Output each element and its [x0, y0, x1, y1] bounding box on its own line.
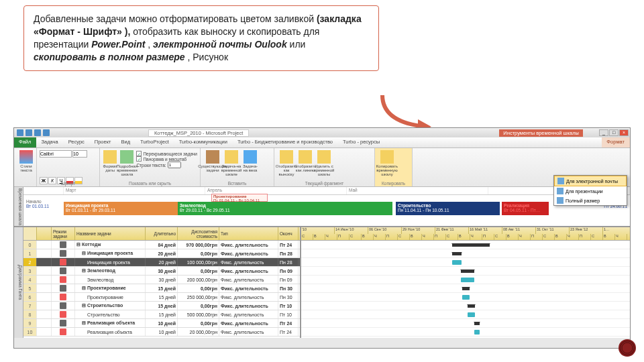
- gantt-pane: Диаграмма Ганта Режим задачи Название за…: [14, 227, 630, 338]
- gantt-bar[interactable]: [461, 269, 474, 273]
- context-tab-title: Инструменты временной шкалы: [499, 129, 583, 137]
- tab-project[interactable]: Проект: [90, 137, 117, 147]
- col-name[interactable]: Название задачи: [75, 227, 146, 240]
- gantt-row: [301, 328, 630, 337]
- gantt-bar[interactable]: [468, 304, 475, 308]
- display-bar-button[interactable]: Отобразить как линию: [296, 149, 315, 176]
- dd-email[interactable]: Для электронной почты: [554, 176, 627, 186]
- table-row[interactable]: 2Инициация проекта20 дней100 000,00грнФи…: [23, 258, 300, 267]
- gantt-tab[interactable]: Диаграмма Ганта: [14, 227, 23, 338]
- table-row[interactable]: 8Строительство15 дней500 000,00грнФикс. …: [23, 310, 300, 319]
- gantt-chart[interactable]: '1014 Июн '1006 Сен '1029 Ноя '1021 Фев …: [300, 227, 630, 338]
- close-button[interactable]: ×: [619, 129, 629, 136]
- quick-access-toolbar[interactable]: [14, 129, 52, 136]
- gantt-bar[interactable]: [452, 260, 462, 265]
- timeline-tab[interactable]: Временная шкала: [14, 187, 23, 226]
- gantt-row: [301, 249, 630, 258]
- tab-turbo3[interactable]: Turbo - Бюджетирование и производство: [233, 137, 338, 147]
- col-mode[interactable]: Режим задачи: [52, 227, 75, 240]
- txt: скопировать в полном размере: [34, 52, 185, 62]
- tl-bar[interactable]: СтроительствоПн 11.04.11 - Пн 10.05.11: [396, 202, 500, 215]
- table-row[interactable]: 3⊟ Землеотвод30 дней0,00грнФикс. длитель…: [23, 267, 300, 276]
- font-select[interactable]: [40, 150, 72, 158]
- table-header: Режим задачи Название задачи Длительно Д…: [23, 227, 300, 241]
- tab-turbo1[interactable]: TurboProject: [136, 137, 174, 147]
- font-size[interactable]: [72, 150, 87, 158]
- minimize-button[interactable]: _: [599, 129, 608, 136]
- email-icon: [557, 178, 564, 184]
- table-row[interactable]: 6Проектирование15 дней250 000,00грнФикс.…: [23, 293, 300, 302]
- gantt-bar[interactable]: [468, 312, 475, 317]
- col-end[interactable]: Оконч: [278, 227, 299, 240]
- gantt-bar[interactable]: [462, 287, 470, 290]
- title-bar: Коттедж_MSP_2010 - Microsoft Project Инс…: [14, 128, 630, 137]
- tab-turbo4[interactable]: Turbo - ресурсы: [338, 137, 385, 147]
- table-row[interactable]: 9⊟ Реализация объекта10 дней0,00грнФикс.…: [23, 319, 300, 328]
- txt: Oulook: [254, 39, 286, 50]
- pan-zoom-checkbox[interactable]: ✓Панорама и масштаб: [136, 156, 197, 162]
- tl-month: Май: [347, 187, 488, 194]
- gantt-bar[interactable]: [452, 252, 462, 255]
- milestone-button[interactable]: Задача-на веха: [241, 149, 260, 176]
- group-label: Вставить: [201, 181, 274, 186]
- tl-callout[interactable]: ПроектированиеПт 01.04.11 - Вс 10.04.11: [211, 194, 268, 202]
- table-row[interactable]: 4Землеотвод30 дней200 000,00грнФикс. дли…: [23, 276, 300, 284]
- col-id[interactable]: [23, 227, 37, 240]
- timeline-pane: Временная шкала Март Апрель Май НачалоВт…: [14, 187, 630, 227]
- tab-turbo2[interactable]: Turbo-коммуникации: [174, 137, 233, 147]
- text-lines[interactable]: Строки текста:: [136, 162, 197, 168]
- tab-task[interactable]: Задача: [36, 137, 63, 147]
- table-row[interactable]: 0⊟ Коттедж84 дней970 000,00грнФикс. длит…: [23, 241, 300, 249]
- window-title: Коттедж_MSP_2010 - Microsoft Project: [148, 129, 249, 137]
- col-info[interactable]: [37, 227, 52, 240]
- tl-bar[interactable]: ЗемлеотводВт 29.03.11 - Вс 29.05.11: [178, 202, 392, 215]
- existing-tasks-button[interactable]: Существующие задачи: [203, 149, 222, 176]
- gantt-row: [301, 319, 630, 328]
- gantt-row: [301, 241, 630, 249]
- copy-timeline-button[interactable]: Копировать временную шкалу: [378, 149, 396, 176]
- txt: Добавленные задачи можно отформатировать…: [34, 13, 317, 24]
- dd-fullsize[interactable]: Полный размер: [554, 196, 627, 205]
- gantt-bar[interactable]: [462, 295, 470, 300]
- gantt-row: [301, 267, 630, 276]
- tab-view[interactable]: Вид: [117, 137, 136, 147]
- col-cost[interactable]: Диспозитная стоимость: [178, 227, 219, 240]
- group-label: Показать или скрыть: [100, 181, 200, 186]
- table-row[interactable]: 10Реализация объекта10 дней20 000,00грнФ…: [23, 328, 300, 337]
- ribbon: Стили текста Ж К Ч Шрифт Формат даты Под…: [14, 148, 630, 187]
- task-table: Режим задачи Название задачи Длительно Д…: [23, 227, 300, 338]
- txt: или: [290, 39, 306, 50]
- gantt-bar[interactable]: [474, 330, 480, 335]
- ribbon-tabs: Файл Задача Ресурс Проект Вид TurboProje…: [14, 137, 630, 148]
- txt: ,: [148, 39, 153, 50]
- tab-format[interactable]: Формат: [602, 137, 630, 147]
- task-tl-button[interactable]: Задача-на временной шкале: [222, 149, 241, 176]
- table-row[interactable]: 7⊟ Строительство15 дней0,00грнФикс. длит…: [23, 302, 300, 310]
- col-dur[interactable]: Длительно: [146, 227, 178, 240]
- text-styles-button[interactable]: Стили текста: [17, 149, 36, 176]
- gantt-bar[interactable]: [452, 243, 490, 247]
- fullsize-icon: [557, 197, 564, 204]
- maximize-button[interactable]: □: [609, 129, 619, 136]
- overlap-checkbox[interactable]: ✓Перекрывающиеся задачи: [136, 151, 197, 156]
- date-format-button[interactable]: Формат даты: [103, 149, 117, 176]
- table-row[interactable]: 5⊟ Проектирование15 дней0,00грнФикс. дли…: [23, 284, 300, 293]
- detailed-timeline-button[interactable]: Подробная временная шкала: [117, 149, 136, 176]
- gantt-bar[interactable]: [474, 322, 480, 325]
- dd-presentation[interactable]: Для презентации: [554, 186, 627, 196]
- gantt-bar[interactable]: [461, 278, 474, 282]
- tab-file[interactable]: Файл: [14, 137, 36, 147]
- table-row[interactable]: 1⊟ Инициация проекта20 дней0,00грнФикс. …: [23, 249, 300, 258]
- remove-tl-button[interactable]: Удалить с временной шкалы: [315, 149, 333, 176]
- gantt-row: [301, 284, 630, 293]
- instruction-callout: Добавленные задачи можно отформатировать…: [23, 5, 379, 71]
- tl-bar[interactable]: РеализацияВт 04.05.11 - Пт…: [502, 202, 549, 215]
- gantt-row: [301, 293, 630, 302]
- presentation-icon: [557, 188, 564, 194]
- ms-project-window: Коттедж_MSP_2010 - Microsoft Project Инс…: [13, 127, 631, 349]
- txt: , Рисунок: [187, 52, 228, 62]
- tab-resource[interactable]: Ресурс: [64, 137, 90, 147]
- tl-bar[interactable]: Инициация проектаВт 01.03.11 - Вт 29.03.…: [64, 202, 178, 215]
- display-callout-button[interactable]: Отобразить как выноску: [277, 149, 296, 176]
- col-type[interactable]: Тип: [219, 227, 278, 240]
